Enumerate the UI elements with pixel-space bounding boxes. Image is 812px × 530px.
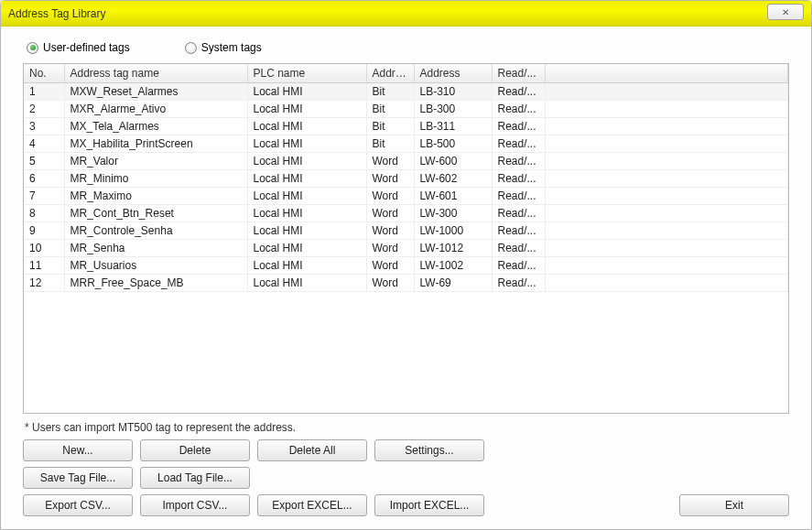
cell-addr: LW-300 (414, 205, 492, 222)
cell-atype: Bit (366, 101, 414, 118)
cell-no: 11 (24, 257, 64, 275)
table-row[interactable]: 3MX_Tela_AlarmesLocal HMIBitLB-311Read/.… (24, 118, 788, 135)
cell-name: MR_Cont_Btn_Reset (64, 205, 247, 222)
cell-addr: LB-500 (414, 135, 492, 153)
table-row[interactable]: 12MRR_Free_Space_MBLocal HMIWordLW-69Rea… (24, 275, 788, 292)
cell-plc: Local HMI (247, 275, 366, 292)
table-row[interactable]: 4MX_Habilita_PrintScreenLocal HMIBitLB-5… (24, 135, 788, 153)
radio-user-defined-tags[interactable]: User-defined tags (27, 41, 130, 54)
delete-button[interactable]: Delete (140, 439, 250, 461)
cell-plc: Local HMI (247, 205, 366, 222)
cell-addr: LB-300 (414, 101, 492, 118)
cell-atype: Bit (366, 118, 414, 135)
cell-plc: Local HMI (247, 101, 366, 118)
cell-plc: Local HMI (247, 83, 366, 101)
cell-name: MR_Minimo (64, 170, 247, 188)
cell-rw: Read/... (492, 170, 545, 188)
cell-plc: Local HMI (247, 257, 366, 275)
col-header-no[interactable]: No. (24, 64, 64, 83)
cell-rw: Read/... (492, 222, 545, 240)
cell-atype: Word (366, 170, 414, 188)
cell-plc: Local HMI (247, 153, 366, 170)
cell-spare (545, 188, 788, 205)
import-hint: * Users can import MT500 tag to represen… (23, 414, 789, 439)
cell-rw: Read/... (492, 83, 545, 101)
close-icon: ✕ (782, 7, 789, 17)
col-header-spare[interactable] (545, 64, 788, 83)
cell-addr: LW-1000 (414, 222, 492, 240)
cell-atype: Word (366, 240, 414, 257)
cell-atype: Word (366, 222, 414, 240)
cell-plc: Local HMI (247, 240, 366, 257)
import-csv-button[interactable]: Import CSV... (140, 494, 250, 516)
cell-no: 6 (24, 170, 64, 188)
titlebar[interactable]: Address Tag Library ✕ (1, 1, 811, 27)
table-row[interactable]: 11MR_UsuariosLocal HMIWordLW-1002Read/..… (24, 257, 788, 275)
cell-no: 7 (24, 188, 64, 205)
cell-spare (545, 222, 788, 240)
cell-name: MR_Maximo (64, 188, 247, 205)
load-tag-file-button[interactable]: Load Tag File... (140, 467, 250, 489)
tag-table[interactable]: No. Address tag name PLC name Addre... A… (23, 63, 789, 414)
cell-name: MX_Tela_Alarmes (64, 118, 247, 135)
tag-scope-radio-group: User-defined tags System tags (23, 38, 789, 63)
exit-button[interactable]: Exit (679, 494, 789, 516)
import-excel-button[interactable]: Import EXCEL... (374, 494, 484, 516)
cell-spare (545, 101, 788, 118)
radio-system-tags[interactable]: System tags (185, 41, 262, 54)
save-tag-file-button[interactable]: Save Tag File... (23, 467, 133, 489)
table-row[interactable]: 8MR_Cont_Btn_ResetLocal HMIWordLW-300Rea… (24, 205, 788, 222)
export-csv-button[interactable]: Export CSV... (23, 494, 133, 516)
cell-addr: LW-600 (414, 153, 492, 170)
cell-rw: Read/... (492, 135, 545, 153)
delete-all-button[interactable]: Delete All (257, 439, 367, 461)
cell-name: MR_Valor (64, 153, 247, 170)
cell-no: 4 (24, 135, 64, 153)
table-row[interactable]: 7MR_MaximoLocal HMIWordLW-601Read/... (24, 188, 788, 205)
radio-icon (185, 42, 197, 54)
table-row[interactable]: 2MXR_Alarme_AtivoLocal HMIBitLB-300Read/… (24, 101, 788, 118)
settings-button[interactable]: Settings... (374, 439, 484, 461)
cell-rw: Read/... (492, 240, 545, 257)
cell-name: MR_Usuarios (64, 257, 247, 275)
col-header-plc[interactable]: PLC name (247, 64, 366, 83)
cell-atype: Bit (366, 135, 414, 153)
cell-rw: Read/... (492, 101, 545, 118)
table-row[interactable]: 6MR_MinimoLocal HMIWordLW-602Read/... (24, 170, 788, 188)
cell-rw: Read/... (492, 118, 545, 135)
cell-name: MXR_Alarme_Ativo (64, 101, 247, 118)
cell-rw: Read/... (492, 153, 545, 170)
new-button[interactable]: New... (23, 439, 133, 461)
cell-addr: LW-69 (414, 275, 492, 292)
cell-spare (545, 153, 788, 170)
col-header-address[interactable]: Address (414, 64, 492, 83)
dialog-window: Address Tag Library ✕ User-defined tags … (0, 0, 812, 530)
cell-plc: Local HMI (247, 170, 366, 188)
table-row[interactable]: 5MR_ValorLocal HMIWordLW-600Read/... (24, 153, 788, 170)
table-header-row: No. Address tag name PLC name Addre... A… (24, 64, 788, 83)
cell-name: MX_Habilita_PrintScreen (64, 135, 247, 153)
cell-atype: Word (366, 188, 414, 205)
cell-spare (545, 135, 788, 153)
cell-addr: LW-601 (414, 188, 492, 205)
col-header-address-type[interactable]: Addre... (366, 64, 414, 83)
cell-addr: LB-310 (414, 83, 492, 101)
cell-no: 9 (24, 222, 64, 240)
table-row[interactable]: 1MXW_Reset_AlarmesLocal HMIBitLB-310Read… (24, 83, 788, 101)
col-header-name[interactable]: Address tag name (64, 64, 247, 83)
cell-rw: Read/... (492, 275, 545, 292)
cell-atype: Word (366, 153, 414, 170)
radio-label: System tags (201, 41, 262, 54)
radio-icon (27, 42, 38, 54)
table-row[interactable]: 10MR_SenhaLocal HMIWordLW-1012Read/... (24, 240, 788, 257)
cell-atype: Word (366, 205, 414, 222)
table-row[interactable]: 9MR_Controle_SenhaLocal HMIWordLW-1000Re… (24, 222, 788, 240)
close-button[interactable]: ✕ (767, 4, 804, 20)
col-header-readwrite[interactable]: Read/... (492, 64, 545, 83)
cell-no: 5 (24, 153, 64, 170)
cell-plc: Local HMI (247, 222, 366, 240)
cell-no: 3 (24, 118, 64, 135)
cell-rw: Read/... (492, 205, 545, 222)
cell-name: MRR_Free_Space_MB (64, 275, 247, 292)
export-excel-button[interactable]: Export EXCEL... (257, 494, 367, 516)
